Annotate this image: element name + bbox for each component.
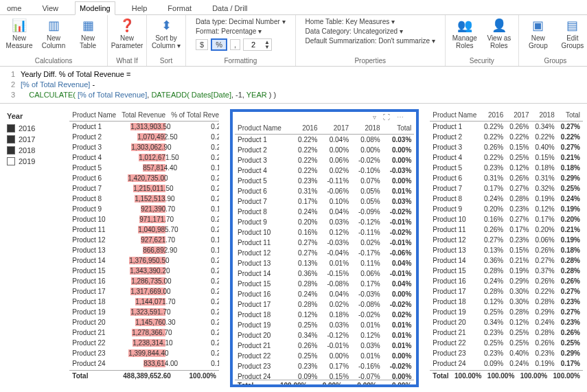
table-row[interactable]: Product 10971,171.700.20%: [69, 214, 219, 224]
table-row[interactable]: Product 30.26%0.15%0.40%0.27%: [430, 142, 583, 152]
table-row[interactable]: Product 20.22%0.22%0.22%0.22%: [430, 132, 583, 142]
table-row[interactable]: Product 30.22%0.06%-0.02%0.00%: [235, 155, 414, 165]
table-row[interactable]: Product 190.25%0.03%0.01%0.01%: [235, 320, 414, 330]
table-row[interactable]: Product 41,012,671.500.21%: [69, 152, 219, 163]
table-row[interactable]: Product 110.26%0.17%0.20%0.21%: [430, 224, 583, 235]
column-header[interactable]: Product Name: [235, 122, 292, 135]
table-row[interactable]: Product 160.24%0.04%-0.03%0.00%: [235, 289, 414, 299]
table-row[interactable]: Product 60.31%0.26%0.31%0.29%: [430, 173, 583, 183]
column-header[interactable]: 2016: [292, 122, 321, 135]
focus-icon[interactable]: ⛶: [383, 113, 390, 121]
column-header[interactable]: % of Total Revenue: [168, 109, 219, 122]
table-row[interactable]: Product 170.28%0.02%-0.08%-0.02%: [235, 299, 414, 310]
slicer-option-2017[interactable]: 2017: [7, 135, 56, 143]
revenue-table-visual[interactable]: Product NameTotal Revenue% of Total Reve…: [69, 109, 219, 384]
manage-roles-button[interactable]: 👥ManageRoles: [450, 16, 480, 49]
slicer-option-2016[interactable]: 2016: [7, 124, 56, 132]
table-row[interactable]: Product 130.13%0.01%0.11%0.04%: [235, 258, 414, 268]
table-row[interactable]: Product 70.17%0.27%0.32%0.25%: [430, 183, 583, 194]
diff-matrix-visual[interactable]: ▿⛶⋯ Product Name201620172018TotalProduct…: [230, 109, 419, 387]
table-row[interactable]: Product 24833,614.000.17%: [69, 358, 219, 369]
table-row[interactable]: Product 141,376,950.500.28%: [69, 255, 219, 266]
table-row[interactable]: Product 240.09%0.24%0.19%0.17%: [430, 358, 583, 369]
table-row[interactable]: Product 21,070,492.500.22%: [69, 132, 219, 142]
table-row[interactable]: Product 181,144,071.700.23%: [69, 297, 219, 307]
table-row[interactable]: Product 50.23%-0.11%0.07%0.00%: [235, 176, 414, 186]
percent-button[interactable]: %: [211, 38, 227, 51]
pct-matrix-visual[interactable]: Product Name201620172018TotalProduct 10.…: [430, 109, 583, 384]
table-row[interactable]: Product 13866,892.900.18%: [69, 245, 219, 255]
column-header[interactable]: 2018: [531, 109, 557, 122]
table-row[interactable]: Product 61,420,735.000.29%: [69, 173, 219, 183]
table-row[interactable]: Product 230.23%0.17%-0.16%-0.02%: [235, 361, 414, 371]
table-row[interactable]: Product 9921,390.700.19%: [69, 204, 219, 214]
datatype-dropdown[interactable]: Data type: Decimal Number ▾: [196, 18, 286, 25]
format-dropdown[interactable]: Format: Percentage ▾: [196, 27, 286, 35]
table-row[interactable]: Product 140.36%-0.15%0.06%-0.01%: [235, 268, 414, 279]
decimal-places-spinner[interactable]: ▲▼: [243, 38, 272, 51]
table-row[interactable]: Product 171,317,669.000.27%: [69, 286, 219, 297]
table-row[interactable]: Product 90.20%0.23%0.12%0.19%: [430, 204, 583, 214]
table-row[interactable]: Product 100.16%0.27%0.17%0.20%: [430, 214, 583, 224]
table-row[interactable]: Product 31,303,062.900.27%: [69, 142, 219, 152]
thousands-button[interactable]: ,: [230, 39, 240, 50]
sort-by-column--button[interactable]: ⬍Sort byColumn ▾: [151, 16, 181, 49]
tab-modeling[interactable]: Modeling: [75, 1, 115, 15]
table-row[interactable]: Product 170.28%0.30%0.22%0.27%: [430, 286, 583, 297]
view-as-roles-button[interactable]: 👤View asRoles: [484, 16, 514, 49]
table-row[interactable]: Product 190.25%0.28%0.29%0.27%: [430, 307, 583, 317]
table-row[interactable]: Product 50.23%0.12%0.18%0.18%: [430, 163, 583, 173]
table-row[interactable]: Product 230.23%0.40%0.23%0.29%: [430, 348, 583, 358]
table-row[interactable]: Product 81,152,513.900.24%: [69, 194, 219, 204]
more-icon[interactable]: ⋯: [397, 113, 404, 121]
new-group-button[interactable]: ▣NewGroup: [523, 16, 553, 49]
table-row[interactable]: Product 120.27%-0.04%-0.17%-0.06%: [235, 248, 414, 258]
table-row[interactable]: Product 220.25%0.25%0.26%0.25%: [430, 338, 583, 348]
tab-help[interactable]: Help: [128, 2, 152, 14]
slicer-option-2018[interactable]: 2018: [7, 146, 56, 154]
decimal-places-input[interactable]: [244, 41, 263, 49]
table-row[interactable]: Product 220.25%0.00%0.01%0.00%: [235, 351, 414, 361]
table-row[interactable]: Product 20.22%0.00%0.00%0.00%: [235, 145, 414, 155]
table-row[interactable]: Product 40.22%0.25%0.15%0.21%: [430, 152, 583, 163]
table-row[interactable]: Product 10.22%0.04%0.08%0.03%: [235, 134, 414, 145]
table-row[interactable]: Product 151,343,390.200.28%: [69, 266, 219, 276]
tab-datadrill[interactable]: Data / Drill: [208, 2, 251, 14]
table-row[interactable]: Product 211,278,366.700.26%: [69, 327, 219, 338]
table-row[interactable]: Product 210.23%0.25%0.28%0.26%: [430, 327, 583, 338]
table-row[interactable]: Product 100.16%0.12%-0.11%-0.02%: [235, 227, 414, 238]
slicer-option-2019[interactable]: 2019: [7, 157, 56, 165]
table-row[interactable]: Product 5857,814.400.18%: [69, 163, 219, 173]
table-row[interactable]: Product 80.24%0.28%0.19%0.24%: [430, 194, 583, 204]
table-row[interactable]: Product 11,313,903.500.27%: [69, 121, 219, 132]
table-row[interactable]: Product 12927,621.700.19%: [69, 235, 219, 245]
table-row[interactable]: Product 160.24%0.29%0.26%0.26%: [430, 276, 583, 286]
table-row[interactable]: Product 120.27%0.23%0.06%0.19%: [430, 235, 583, 245]
column-header[interactable]: 2018: [352, 122, 383, 135]
column-header[interactable]: 2016: [481, 109, 506, 122]
table-row[interactable]: Product 180.12%0.18%-0.02%0.02%: [235, 310, 414, 320]
table-row[interactable]: Product 110.27%-0.03%0.02%-0.01%: [235, 238, 414, 248]
formula-bar[interactable]: 1Yearly Diff. % of Total Revenue = 2[% o…: [0, 67, 587, 104]
new-column-button[interactable]: ▥NewColumn: [38, 16, 69, 49]
edit-groups-button[interactable]: ▤EditGroups: [557, 16, 587, 49]
table-row[interactable]: Product 150.28%0.19%0.37%0.28%: [430, 266, 583, 276]
column-header[interactable]: Product Name: [430, 109, 481, 122]
table-row[interactable]: Product 40.22%0.02%-0.10%-0.03%: [235, 165, 414, 176]
table-row[interactable]: Product 200.34%-0.12%0.12%0.01%: [235, 330, 414, 341]
table-row[interactable]: Product 60.31%-0.06%0.05%0.01%: [235, 186, 414, 196]
table-row[interactable]: Product 201,145,760.300.23%: [69, 317, 219, 327]
new-parameter-button[interactable]: ❓NewParameter: [112, 16, 142, 49]
table-row[interactable]: Product 130.13%0.15%0.26%0.18%: [430, 245, 583, 255]
column-header[interactable]: Total: [557, 109, 583, 122]
table-row[interactable]: Product 140.36%0.21%0.27%0.28%: [430, 255, 583, 266]
table-row[interactable]: Product 221,238,314.100.25%: [69, 338, 219, 348]
table-row[interactable]: Product 10.22%0.26%0.34%0.27%: [430, 121, 583, 132]
table-row[interactable]: Product 200.34%0.12%0.24%0.23%: [430, 317, 583, 327]
currency-button[interactable]: $: [196, 39, 208, 50]
table-row[interactable]: Product 231,399,844.400.29%: [69, 348, 219, 358]
table-row[interactable]: Product 240.09%0.15%-0.07%0.00%: [235, 371, 414, 380]
tab-view[interactable]: View: [38, 2, 62, 14]
table-row[interactable]: Product 191,323,591.700.27%: [69, 307, 219, 317]
tab-ome[interactable]: ome: [3, 2, 25, 14]
